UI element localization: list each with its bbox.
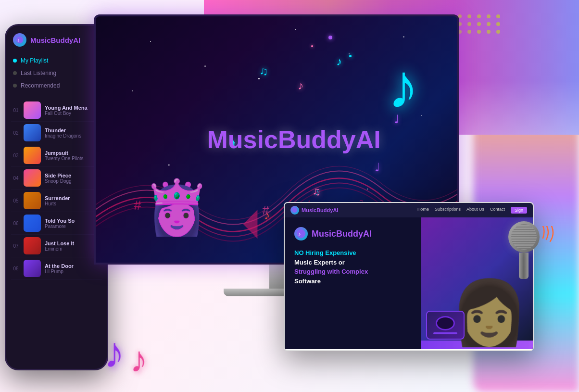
retro-radio <box>426 311 465 340</box>
track-thumbnail <box>24 260 41 277</box>
track-thumbnail <box>24 169 41 187</box>
website-logo-icon <box>290 206 299 215</box>
crown-character: 👸 <box>144 177 210 239</box>
track-item[interactable]: 02 Thunder Imagine Dragons <box>11 122 102 144</box>
track-thumbnail <box>24 147 41 164</box>
svg-marker-7 <box>243 210 258 239</box>
floating-note-5: ♫ <box>312 185 321 198</box>
floating-note-3: ♩ <box>375 161 380 174</box>
website-hero-headline: NO Hiring Expensive Music Experts or Str… <box>294 248 412 286</box>
purple-music-note: ♪ <box>104 328 125 378</box>
track-info: Told You So Paramore <box>45 218 101 229</box>
track-thumbnail <box>24 101 41 119</box>
mic-grill <box>511 224 537 250</box>
track-item-active[interactable]: 04 Side Piece Snoop Dogg ♪ <box>11 167 102 190</box>
nav-item-recommended[interactable]: Recommended <box>13 79 100 92</box>
svg-text:#: # <box>134 198 141 213</box>
track-item[interactable]: 06 Told You So Paramore <box>11 212 102 235</box>
website-hero-logo: ♪ MusicBuddyAI <box>294 227 412 240</box>
pink-music-note: ♪ <box>130 338 147 380</box>
track-info: Jumpsuit Twenty One Pilots <box>45 150 101 161</box>
nav-dot <box>13 71 17 75</box>
svg-text:♪: ♪ <box>17 38 20 43</box>
track-thumbnail <box>24 192 41 209</box>
nav-dot <box>13 59 17 63</box>
website-nav-links: Home Subscriptions About Us Contact Sign <box>417 207 527 214</box>
website-hero-left: ♪ MusicBuddyAI NO Hiring Expensive Music… <box>285 217 421 349</box>
track-item[interactable]: 05 Surrender Hurts <box>11 190 102 212</box>
big-music-note: ♪ <box>388 55 419 117</box>
nav-dot <box>13 84 17 88</box>
track-thumbnail <box>24 215 41 232</box>
track-thumbnail <box>24 237 41 254</box>
floating-note-6: ♪ <box>336 55 342 68</box>
bottom-floating-notes: ♪ ♪ <box>103 320 180 378</box>
monitor-brand-text: MusicBuddyAI <box>207 125 381 154</box>
track-info: Side Piece Snoop Dogg <box>45 173 94 184</box>
svg-text:♪: ♪ <box>298 231 301 237</box>
track-item[interactable]: 07 Just Lose It Eminem <box>11 235 102 257</box>
track-info: Just Lose It Eminem <box>45 240 101 252</box>
floating-note-1: ♫ <box>259 64 268 78</box>
phone-logo-text: MusicBuddyAI <box>30 36 80 44</box>
mic-handle <box>519 253 529 279</box>
phone-device: ♪ MusicBuddyAI My Playlist Last Listenin… <box>5 24 108 370</box>
mic-structure <box>508 221 540 267</box>
track-info: Young And Mena Fall Out Boy <box>45 105 101 116</box>
website-hero: ♪ MusicBuddyAI NO Hiring Expensive Music… <box>285 217 533 349</box>
track-list: 01 Young And Mena Fall Out Boy 02 Thunde… <box>6 95 107 284</box>
floating-note-7: ♩ <box>394 113 399 126</box>
track-thumbnail <box>24 124 41 141</box>
nav-item-last-listening[interactable]: Last Listening <box>13 67 100 79</box>
track-item[interactable]: 03 Jumpsuit Twenty One Pilots <box>11 144 102 167</box>
website-navbar: MusicBuddyAI Home Subscriptions About Us… <box>285 203 533 217</box>
track-info: At the Door Lil Pump <box>45 263 101 274</box>
floating-note-8: ♪ <box>264 209 270 222</box>
phone-logo-icon: ♪ <box>13 33 26 47</box>
phone-header: ♪ MusicBuddyAI <box>6 25 107 51</box>
mic-head <box>508 221 540 253</box>
website-hero-logo-icon: ♪ <box>294 227 308 240</box>
website-logo: MusicBuddyAI <box>290 206 338 215</box>
website-preview: MusicBuddyAI Home Subscriptions About Us… <box>284 202 534 351</box>
microphone <box>500 221 553 289</box>
track-item[interactable]: 01 Young And Mena Fall Out Boy <box>11 99 102 122</box>
svg-point-9 <box>292 208 297 213</box>
monitor-neck <box>269 265 284 289</box>
track-info: Thunder Imagine Dragons <box>45 127 101 139</box>
track-info: Surrender Hurts <box>45 195 101 206</box>
floating-note-2: ♪ <box>298 79 303 92</box>
track-item[interactable]: 08 At the Door Lil Pump <box>11 257 102 280</box>
phone-nav: My Playlist Last Listening Recommended <box>6 51 107 95</box>
nav-item-playlist[interactable]: My Playlist <box>13 54 100 67</box>
mic-sound-waves <box>541 226 560 252</box>
